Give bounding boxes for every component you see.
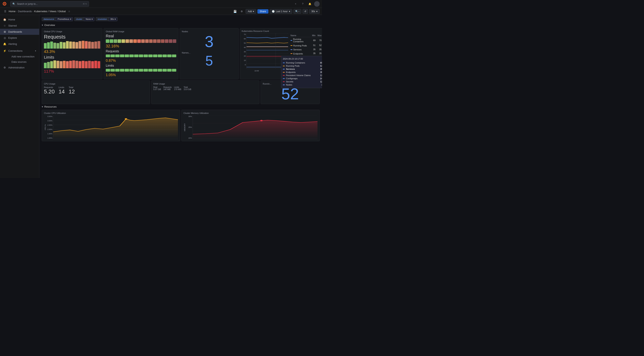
col-min: Min bbox=[311, 34, 316, 37]
datasource-value[interactable]: Prometheus ▾ bbox=[56, 17, 73, 21]
resource-max-cell: 35 bbox=[317, 48, 322, 51]
cpu-stat-requests-value: 5.20 bbox=[44, 89, 55, 95]
star-button[interactable]: ☆ bbox=[68, 10, 70, 13]
tooltip-item-value: 24 bbox=[320, 77, 322, 80]
refresh-interval[interactable]: 30s ▾ bbox=[309, 9, 320, 14]
sidebar-item-explore[interactable]: ◎ Explore bbox=[0, 35, 39, 41]
layout: 🏠 Home ☆ Starred ⊞ Dashboards ◎ Explore … bbox=[0, 15, 322, 178]
tooltip-color-dot bbox=[283, 69, 285, 69]
connections-chevron: ▾ bbox=[35, 50, 36, 52]
settings-icon[interactable]: ⚙ bbox=[239, 9, 244, 14]
k8s-resource-count-panel: Kubernetes Resource Count 70605040302010… bbox=[240, 28, 322, 79]
avatar[interactable] bbox=[314, 1, 320, 7]
hamburger-menu[interactable]: ☰ bbox=[2, 9, 8, 14]
cpu-stat-limits-label: Limits bbox=[59, 86, 65, 89]
search-icon: 🔍 bbox=[12, 2, 15, 5]
top-bar: 🔍 Search or jump to... ⌘+k ＋ ? 🔔 bbox=[0, 0, 322, 8]
cluster-value[interactable]: None ▾ bbox=[84, 17, 94, 21]
resource-color-dot bbox=[290, 40, 292, 41]
save-icon[interactable]: 💾 bbox=[232, 9, 238, 14]
ram-requests-bars bbox=[106, 54, 176, 58]
resource-max-cell: 70 bbox=[317, 37, 322, 43]
sidebar-item-data-sources[interactable]: Data sources bbox=[8, 59, 39, 64]
breadcrumb-path: Kubernetes / Views / Global bbox=[34, 10, 66, 13]
ram-usage-detail-title: RAM Usage bbox=[154, 83, 258, 85]
add-button[interactable]: Add ▾ bbox=[246, 9, 256, 14]
cpu-usage-detail-panel: CPU Usage Requests 5.20 Limits 14 Total … bbox=[42, 80, 150, 104]
breadcrumb-dashboards[interactable]: Dashboards bbox=[18, 10, 32, 13]
grid-line-50 bbox=[246, 43, 288, 44]
cpu-requests-label: Requests bbox=[44, 34, 100, 40]
ram-limits-pct: 1.05% bbox=[106, 73, 176, 77]
memory-y-axis-label: MEMORY bbox=[184, 115, 186, 139]
sidebar-item-alerting[interactable]: 🔔 Alerting bbox=[0, 41, 39, 47]
cluster-filter[interactable]: cluster None ▾ bbox=[74, 16, 95, 22]
tooltip-color-dot bbox=[283, 63, 285, 63]
resources-chevron[interactable]: ▾ bbox=[42, 105, 43, 108]
breadcrumb-home[interactable]: Home bbox=[9, 10, 16, 13]
resource-min-cell: 69 bbox=[311, 37, 316, 43]
col-name: Name bbox=[290, 34, 311, 37]
overview-section-header: ▾ Overview bbox=[42, 24, 320, 26]
sidebar-item-dashboards[interactable]: ⊞ Dashboards bbox=[0, 29, 39, 35]
ram-detail-stats: Real 5.07 GiB Requests 140 MiB Limits 17… bbox=[154, 86, 258, 90]
tooltip-row: Nodes 3 bbox=[283, 83, 322, 86]
time-picker[interactable]: 🕐 Last 1 hour ▾ bbox=[270, 9, 292, 14]
sidebar-item-starred[interactable]: ☆ Starred bbox=[0, 23, 39, 29]
refresh-button[interactable]: ↺ bbox=[302, 9, 308, 14]
sidebar-item-home[interactable]: 🏠 Home bbox=[0, 16, 39, 23]
svg-point-2 bbox=[4, 3, 5, 4]
grid-line-60 bbox=[246, 38, 288, 39]
question-icon[interactable]: ? bbox=[300, 1, 306, 7]
sidebar-item-connections[interactable]: ⚡ Connections ▾ bbox=[0, 48, 39, 54]
search-bar[interactable]: 🔍 Search or jump to... ⌘+k bbox=[10, 1, 89, 7]
ram-detail-total: Total 15.8 GiB bbox=[184, 86, 191, 90]
star-icon: ☆ bbox=[3, 24, 6, 27]
cpu-stat-limits-value: 14 bbox=[59, 89, 65, 95]
cpu-limits-bars bbox=[44, 60, 100, 68]
memory-line-chart bbox=[193, 115, 318, 139]
tooltip-item-label: Running Containers bbox=[286, 62, 319, 64]
ram-detail-limits: Limits 170 MiB bbox=[174, 86, 182, 90]
cpu-stat-requests-label: Requests bbox=[44, 86, 55, 89]
bell-icon[interactable]: 🔔 bbox=[307, 1, 312, 7]
svg-point-9 bbox=[125, 118, 127, 120]
datasource-filter[interactable]: datasource Prometheus ▾ bbox=[42, 16, 73, 22]
sidebar-item-add-connection[interactable]: Add new connection bbox=[8, 54, 39, 59]
plus-icon[interactable]: ＋ bbox=[293, 1, 298, 7]
resolution-value[interactable]: 30s ▾ bbox=[108, 17, 118, 21]
sidebar-admin-label: Administration bbox=[8, 66, 24, 69]
chevron-down-icon3: ▾ bbox=[316, 10, 318, 13]
overview-title: Overview bbox=[44, 24, 55, 26]
top-bar-actions: ＋ ? 🔔 bbox=[293, 1, 320, 7]
resolution-filter[interactable]: resolution 30s ▾ bbox=[96, 16, 118, 22]
share-button[interactable]: Share bbox=[258, 9, 268, 13]
ram-real-pct: 32.16% bbox=[106, 44, 176, 48]
tooltip-row: Secrets 12 bbox=[283, 80, 322, 83]
col-max: Max bbox=[317, 34, 322, 37]
sidebar-item-administration[interactable]: ⚙ Administration bbox=[0, 64, 39, 71]
tooltip-color-dot bbox=[283, 78, 285, 79]
memory-chart-area: MEMORY 30%25%20% bbox=[184, 115, 318, 139]
tooltip-item-label: Endpoints bbox=[286, 71, 319, 73]
clock-icon: 🕐 bbox=[272, 10, 275, 13]
table-row: Services 35 35 bbox=[290, 48, 322, 51]
resolution-label: resolution bbox=[96, 17, 108, 21]
svg-point-13 bbox=[260, 120, 263, 121]
section-chevron[interactable]: ▾ bbox=[42, 24, 43, 26]
tooltip-color-dot bbox=[283, 81, 285, 82]
resources-section-header: ▾ Resources bbox=[42, 105, 320, 108]
tooltip-row: Configmaps 24 bbox=[283, 77, 322, 80]
resource-color-dot bbox=[290, 49, 292, 50]
zoom-out-button[interactable]: 🔍− bbox=[294, 9, 301, 14]
grid-line-30 bbox=[246, 53, 288, 54]
ram-real-label: Real bbox=[106, 34, 176, 38]
tooltip-item-value: 11 bbox=[320, 74, 322, 76]
admin-icon: ⚙ bbox=[3, 66, 6, 69]
datasource-label: datasource bbox=[42, 17, 56, 21]
tooltip-color-dot bbox=[283, 85, 285, 85]
tooltip-item-value: 3 bbox=[322, 84, 322, 86]
resource-name-cell: Running Pods bbox=[290, 43, 311, 47]
cpu-limits-pct: 117% bbox=[44, 69, 100, 74]
cpu-stat-total-label: Total bbox=[69, 86, 75, 89]
